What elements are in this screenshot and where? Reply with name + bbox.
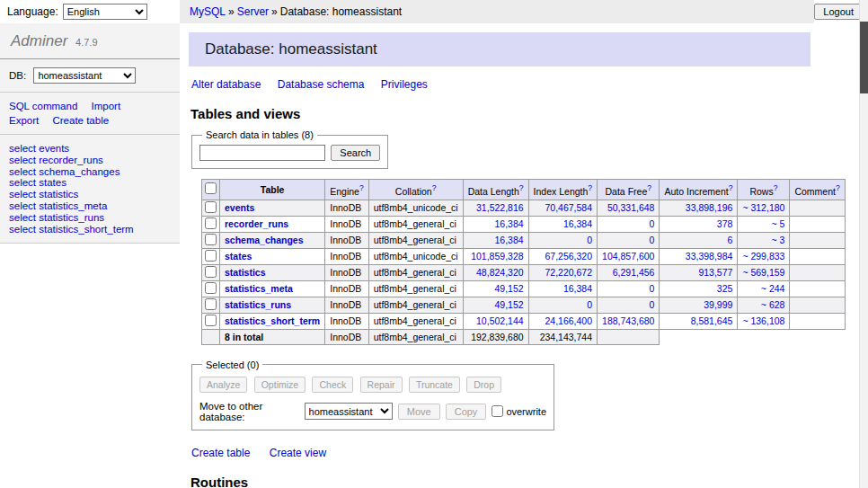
sidebar-item-select-statistics[interactable]: select statistics (9, 189, 171, 200)
auto-increment-link[interactable]: 325 (717, 283, 733, 294)
data-length-link[interactable]: 10,502,144 (476, 315, 524, 326)
row-checkbox[interactable] (205, 282, 217, 294)
data-length-link[interactable]: 101,859,328 (471, 251, 523, 262)
data-length-link[interactable]: 31,522,816 (476, 202, 524, 213)
row-checkbox[interactable] (205, 315, 217, 326)
auto-increment-link[interactable]: 6 (728, 235, 733, 245)
move-db-select[interactable]: homeassistant (305, 403, 393, 420)
search-button[interactable]: Search (331, 145, 380, 161)
table-link[interactable]: events (225, 202, 254, 213)
sidebar-item-select-states[interactable]: select states (9, 177, 171, 189)
collation-help-link[interactable]: ? (432, 183, 437, 192)
index-length-link[interactable]: 70,467,584 (545, 202, 592, 213)
alter-database-link[interactable]: Alter database (191, 78, 261, 91)
data-length-help-link[interactable]: ? (519, 183, 524, 192)
overwrite-checkbox[interactable] (492, 405, 503, 417)
row-checkbox[interactable] (205, 234, 217, 245)
data-length-link[interactable]: 16,384 (494, 235, 523, 245)
data-free-help-link[interactable]: ? (647, 183, 651, 192)
breadcrumb-link-server[interactable]: Server (237, 5, 269, 18)
optimize-button[interactable]: Optimize (254, 377, 306, 393)
index-length-link[interactable]: 16,384 (563, 283, 592, 294)
data-length-link[interactable]: 48,824,320 (476, 267, 524, 278)
rows-count-link[interactable]: ~ 312,180 (742, 202, 784, 213)
rows-help-link[interactable]: ? (774, 183, 778, 192)
privileges-link[interactable]: Privileges (381, 78, 428, 91)
index-length-link[interactable]: 72,220,672 (545, 267, 592, 278)
table-link[interactable]: statistics_short_term (225, 315, 320, 326)
data-free-link[interactable]: 6,291,456 (613, 267, 655, 278)
auto-increment-link[interactable]: 913,577 (698, 267, 732, 278)
sidebar-item-select-statistics-runs[interactable]: select statistics_runs (9, 212, 171, 224)
select-all-checkbox[interactable] (205, 182, 217, 194)
index-length-link[interactable]: 67,256,320 (545, 251, 592, 262)
sidebar-item-select-schema-changes[interactable]: select schema_changes (9, 166, 171, 178)
scrollbar-thumb[interactable] (860, 22, 868, 93)
rows-count-link[interactable]: ~ 244 (761, 283, 785, 294)
index-length-link[interactable]: 16,384 (563, 218, 592, 229)
breadcrumb-link-mysql[interactable]: MySQL (190, 5, 226, 18)
data-free-link[interactable]: 188,743,680 (602, 315, 654, 326)
data-free-link[interactable]: 50,331,648 (607, 202, 655, 213)
row-checkbox[interactable] (205, 217, 217, 229)
auto-increment-link[interactable]: 39,999 (704, 299, 732, 310)
repair-button[interactable]: Repair (360, 377, 403, 393)
drop-button[interactable]: Drop (466, 377, 501, 393)
rows-count-link[interactable]: ~ 3 (772, 235, 785, 245)
rows-count-link[interactable]: ~ 136,108 (742, 315, 784, 326)
sidebar-item-select-events[interactable]: select events (9, 143, 171, 155)
rows-count-link[interactable]: ~ 628 (761, 299, 785, 310)
index-length-link[interactable]: 24,166,400 (545, 315, 592, 326)
scrollbar[interactable] (859, 0, 868, 488)
table-link[interactable]: statistics_runs (225, 299, 291, 310)
table-link[interactable]: statistics_meta (225, 283, 293, 294)
sidebar-link-create-table[interactable]: Create table (52, 115, 109, 126)
auto-increment-link[interactable]: 33,398,984 (686, 251, 733, 262)
row-checkbox[interactable] (205, 298, 217, 310)
check-button[interactable]: Check (312, 377, 353, 393)
index-length-link[interactable]: 0 (587, 235, 592, 245)
rows-count-link[interactable]: ~ 5 (772, 218, 785, 229)
row-checkbox[interactable] (205, 250, 217, 262)
sidebar-link-export[interactable]: Export (9, 115, 39, 126)
data-free-link[interactable]: 0 (650, 218, 655, 229)
auto-increment-link[interactable]: 33,898,196 (686, 202, 733, 213)
auto-increment-help-link[interactable]: ? (729, 183, 733, 192)
sidebar-item-select-statistics-short-term[interactable]: select statistics_short_term (9, 224, 171, 235)
sidebar-item-select-statistics-meta[interactable]: select statistics_meta (9, 200, 171, 212)
search-input[interactable] (199, 145, 325, 161)
table-link[interactable]: states (225, 251, 252, 262)
database-schema-link[interactable]: Database schema (278, 78, 365, 91)
language-select[interactable]: English (63, 4, 147, 20)
data-free-link[interactable]: 104,857,600 (602, 251, 654, 262)
data-length-link[interactable]: 49,152 (494, 283, 523, 294)
sidebar-link-sql-command[interactable]: SQL command (9, 101, 77, 111)
data-length-link[interactable]: 49,152 (494, 299, 523, 310)
engine-help-link[interactable]: ? (359, 183, 364, 192)
data-free-link[interactable]: 0 (650, 299, 655, 310)
create-table-link[interactable]: Create table (191, 447, 250, 459)
table-link[interactable]: recorder_runs (225, 218, 288, 229)
sidebar-link-import[interactable]: Import (91, 101, 120, 111)
data-free-link[interactable]: 0 (650, 235, 655, 245)
analyze-button[interactable]: Analyze (199, 377, 247, 393)
comment-help-link[interactable]: ? (836, 183, 840, 192)
index-length-link[interactable]: 0 (587, 299, 592, 310)
create-view-link[interactable]: Create view (270, 447, 326, 459)
row-checkbox[interactable] (205, 201, 217, 213)
rows-count-link[interactable]: ~ 569,159 (742, 267, 784, 278)
truncate-button[interactable]: Truncate (409, 377, 460, 393)
db-select[interactable]: homeassistant (33, 67, 136, 84)
logout-button[interactable]: Logout (814, 4, 863, 20)
index-length-help-link[interactable]: ? (588, 183, 592, 192)
auto-increment-link[interactable]: 8,581,645 (691, 315, 733, 326)
data-free-link[interactable]: 0 (650, 283, 655, 294)
row-checkbox[interactable] (205, 266, 217, 278)
move-button[interactable]: Move (398, 404, 440, 420)
sidebar-item-select-recorder-runs[interactable]: select recorder_runs (9, 155, 171, 166)
table-link[interactable]: statistics (225, 267, 266, 278)
rows-count-link[interactable]: ~ 299,833 (742, 251, 784, 262)
auto-increment-link[interactable]: 378 (717, 218, 733, 229)
table-link[interactable]: schema_changes (225, 235, 304, 245)
data-length-link[interactable]: 16,384 (494, 218, 523, 229)
